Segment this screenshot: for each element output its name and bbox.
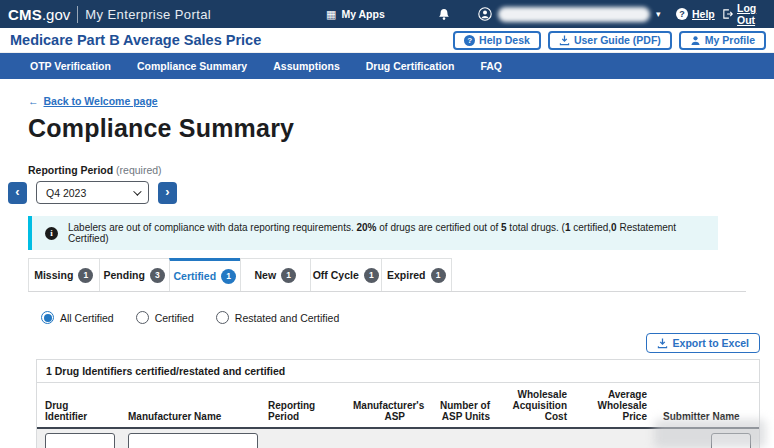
radio-button-icon [41, 311, 54, 324]
radio-button-icon [216, 311, 229, 324]
tab-pending[interactable]: Pending 3 [99, 258, 171, 291]
radio-restated-and-certified[interactable]: Restated and Certified [216, 311, 339, 324]
compliance-info-banner: i Labelers are out of compliance with da… [28, 216, 718, 250]
table-header-row: Drug Identifier Manufacturer Name Report… [37, 383, 759, 428]
table-caption: 1 Drug Identifiers certified/restated an… [37, 360, 759, 383]
page-content: ← Back to Welcome page Compliance Summar… [0, 79, 774, 448]
question-icon: ? [676, 8, 688, 20]
reporting-period-label-text: Reporting Period [28, 164, 113, 176]
back-arrow-icon: ← [28, 95, 39, 107]
tab-certified[interactable]: Certified 1 [169, 258, 241, 291]
tab-new[interactable]: New 1 [240, 258, 312, 291]
nav-item-otp-verification[interactable]: OTP Verification [30, 60, 111, 72]
tab-count-badge: 1 [431, 268, 446, 283]
person-icon [690, 35, 701, 46]
help-link[interactable]: ? Help [676, 0, 715, 28]
col-average-wholesale-price: Average Wholesale Price [575, 383, 655, 428]
user-avatar-icon [478, 7, 492, 21]
export-to-excel-button[interactable]: Export to Excel [646, 333, 760, 353]
back-link-label: Back to Welcome page [44, 95, 158, 107]
status-tabs: Missing 1 Pending 3 Certified 1 New 1 Of… [28, 258, 746, 292]
help-label: Help [692, 8, 715, 20]
my-apps-button[interactable]: ▦ My Apps [326, 0, 385, 28]
tab-missing[interactable]: Missing 1 [28, 258, 100, 291]
tab-count-badge: 1 [221, 269, 236, 284]
banner-text: Labelers are out of compliance with data… [68, 222, 708, 244]
radio-label: All Certified [60, 312, 114, 324]
reporting-period-label: Reporting Period (required) [28, 164, 760, 176]
brand-gov: .gov [42, 6, 70, 23]
help-desk-label: Help Desk [479, 34, 530, 46]
logout-icon [722, 8, 733, 20]
col-number-of-asp-units: Number of ASP Units [413, 383, 498, 428]
help-desk-button[interactable]: ? Help Desk [453, 31, 541, 50]
radio-button-icon [136, 311, 149, 324]
portal-title: My Enterprise Portal [85, 7, 211, 22]
tab-label: Off Cycle [313, 269, 359, 281]
app-title: Medicare Part B Average Sales Price [10, 32, 261, 48]
tab-count-badge: 1 [364, 268, 379, 283]
logout-label: Log Out [737, 2, 774, 26]
notifications-bell-icon[interactable] [438, 0, 450, 28]
top-bar: CMS.gov My Enterprise Portal ▦ My Apps ▾… [0, 0, 774, 28]
user-guide-button[interactable]: User Guide (PDF) [548, 31, 672, 50]
tab-expired[interactable]: Expired 1 [381, 258, 453, 291]
brand-cms: CMS [8, 6, 42, 23]
radio-label: Restated and Certified [235, 312, 339, 324]
radio-certified[interactable]: Certified [136, 311, 194, 324]
reporting-period-controls: ‹ Q4 2023 › [8, 181, 760, 204]
brand-divider [77, 6, 78, 23]
filter-manufacturer-name-input[interactable] [128, 433, 258, 448]
chevron-down-icon [133, 187, 141, 195]
main-nav: OTP Verification Compliance Summary Assu… [0, 53, 774, 79]
reporting-period-value: Q4 2023 [46, 187, 86, 199]
filter-drug-identifier-input[interactable] [45, 433, 115, 448]
user-menu[interactable]: ▾ [478, 0, 661, 28]
tab-label: Certified [173, 270, 216, 282]
col-reporting-period: Reporting Period [260, 383, 345, 428]
back-to-welcome-link[interactable]: ← Back to Welcome page [28, 95, 158, 107]
previous-period-button[interactable]: ‹ [8, 182, 27, 204]
certified-filter-radios: All Certified Certified Restated and Cer… [41, 311, 760, 324]
header-buttons: ? Help Desk User Guide (PDF) My Profile [453, 31, 766, 50]
radio-all-certified[interactable]: All Certified [41, 311, 114, 324]
table-filter-row [37, 428, 759, 448]
tab-label: Pending [104, 269, 145, 281]
next-period-button[interactable]: › [158, 182, 177, 204]
tab-label: Expired [387, 269, 426, 281]
submitter-name-redacted [654, 419, 766, 448]
col-manufacturer-name: Manufacturer Name [120, 383, 260, 428]
radio-label: Certified [155, 312, 194, 324]
certified-drugs-table: 1 Drug Identifiers certified/restated an… [36, 359, 760, 448]
cms-gov-logo[interactable]: CMS.gov [8, 6, 70, 23]
tab-count-badge: 3 [150, 268, 165, 283]
question-icon: ? [464, 35, 475, 46]
info-icon: i [45, 227, 58, 240]
tab-label: Missing [34, 269, 73, 281]
tab-count-badge: 1 [78, 268, 93, 283]
required-note: (required) [113, 164, 161, 176]
apps-grid-icon: ▦ [326, 9, 336, 20]
page-title: Compliance Summary [28, 114, 760, 143]
tab-label: New [254, 269, 276, 281]
user-name-redacted [498, 7, 650, 22]
nav-item-drug-certification[interactable]: Drug Certification [366, 60, 455, 72]
tab-off-cycle[interactable]: Off Cycle 1 [310, 258, 382, 291]
col-manufacturers-asp: Manufacturer's ASP [345, 383, 413, 428]
nav-item-compliance-summary[interactable]: Compliance Summary [137, 60, 247, 72]
export-row: Export to Excel [36, 333, 760, 353]
my-apps-label: My Apps [341, 8, 384, 20]
tab-count-badge: 1 [281, 268, 296, 283]
my-profile-button[interactable]: My Profile [679, 31, 766, 50]
reporting-period-select[interactable]: Q4 2023 [36, 181, 149, 204]
nav-item-faq[interactable]: FAQ [480, 60, 502, 72]
download-icon [657, 337, 668, 349]
col-drug-identifier: Drug Identifier [37, 383, 120, 428]
nav-item-assumptions[interactable]: Assumptions [273, 60, 340, 72]
logout-link[interactable]: Log Out [722, 0, 774, 28]
chevron-down-icon: ▾ [656, 9, 661, 19]
download-icon [559, 34, 570, 46]
user-guide-label: User Guide (PDF) [574, 34, 661, 46]
my-profile-label: My Profile [705, 34, 755, 46]
export-label: Export to Excel [673, 337, 749, 349]
